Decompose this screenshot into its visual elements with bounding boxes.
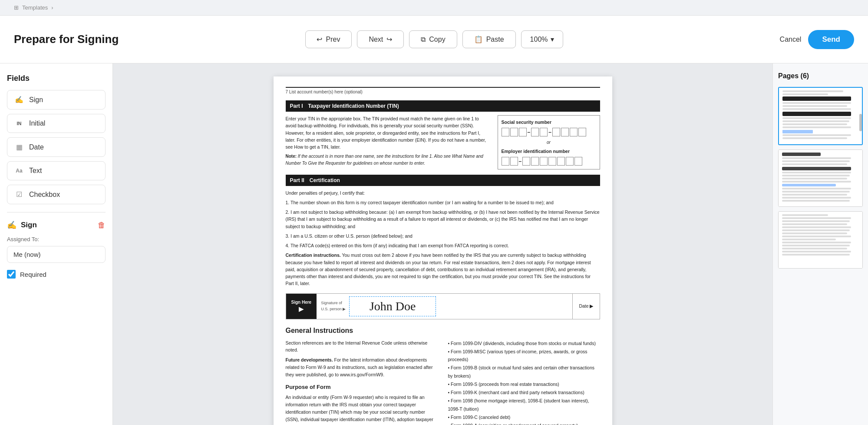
date-label: Date ▶ xyxy=(579,303,593,310)
field-checkbox-label: Checkbox xyxy=(29,191,60,199)
part1-title: Taxpayer Identification Number (TIN) xyxy=(308,102,399,110)
field-item-initial[interactable]: IN Initial xyxy=(7,114,106,133)
cert-item-1: 1. The number shown on this form is my c… xyxy=(286,199,600,206)
checkbox-icon: ☑ xyxy=(14,190,24,199)
ein-cell[interactable] xyxy=(510,157,518,166)
zoom-button[interactable]: 100% ▾ xyxy=(521,30,563,48)
cert-item-2: 2. I am not subject to backup withholdin… xyxy=(286,209,600,230)
page-thumb-1-inner xyxy=(779,88,862,144)
ssn-cell[interactable] xyxy=(570,128,578,136)
field-item-sign[interactable]: ✍ Sign xyxy=(7,90,106,110)
ssn-cell[interactable] xyxy=(519,128,527,136)
chevron-down-icon: ▾ xyxy=(551,35,554,43)
ssn-cell[interactable] xyxy=(531,128,539,136)
ein-label: Employer identification number xyxy=(502,148,596,155)
next-icon: ↪ xyxy=(386,35,392,43)
gi-left: Section references are to the Internal R… xyxy=(286,339,438,425)
paste-button[interactable]: 📋 Paste xyxy=(462,30,516,48)
or-text: or xyxy=(502,139,596,146)
ssn-cell[interactable] xyxy=(552,128,560,136)
page-thumb-2-lines xyxy=(779,150,862,206)
copy-button[interactable]: ⧉ Copy xyxy=(409,30,457,48)
scroll-indicator[interactable] xyxy=(859,114,862,131)
gi-right-item-5: • Form 1098 (home mortgage interest), 10… xyxy=(448,397,600,413)
ssn-cell[interactable] xyxy=(578,128,586,136)
gi-future-bold: Future developments. xyxy=(286,357,333,362)
doc-top-line xyxy=(286,87,600,88)
field-sign-label: Sign xyxy=(29,96,43,104)
next-button[interactable]: Next ↪ xyxy=(357,30,404,48)
part1-right: Social security number – – xyxy=(498,115,600,169)
part1-note-text: If the account is in more than one name,… xyxy=(286,154,483,166)
cert-instructions-bold: Certification instructions. xyxy=(286,252,341,258)
gi-future: Future developments. For the latest info… xyxy=(286,356,438,378)
sign-here-box: Sign Here ▶ xyxy=(286,294,317,319)
sign-arrow-icon: ▶ xyxy=(299,305,304,313)
ein-cell[interactable] xyxy=(540,157,548,166)
gi-right-item-6: • Form 1099-C (canceled debt) xyxy=(448,413,600,422)
assignee-select[interactable]: Me (now) xyxy=(7,246,106,263)
ein-cell[interactable] xyxy=(557,157,565,166)
cert-instructions: Certification instructions. You must cro… xyxy=(286,252,600,287)
ein-cell[interactable] xyxy=(522,157,530,166)
sign-icon: ✍ xyxy=(14,96,24,104)
page-thumb-1[interactable] xyxy=(778,87,863,145)
part2-title: Certification xyxy=(310,176,340,184)
document-wrapper: 7 List account number(s) here (optional)… xyxy=(274,76,612,425)
ein-cells: – xyxy=(502,157,596,166)
ein-cell[interactable] xyxy=(502,157,509,166)
page-title: Prepare for Signing xyxy=(14,33,119,46)
ein-cell[interactable] xyxy=(566,157,574,166)
copy-icon: ⧉ xyxy=(421,36,426,43)
ssn-cell[interactable] xyxy=(540,128,548,136)
part1-body-section: Enter your TIN in the appropriate box. T… xyxy=(286,115,600,169)
ein-cell[interactable] xyxy=(548,157,556,166)
ssn-cell[interactable] xyxy=(502,128,509,136)
active-field-header: ✍ Sign 🗑 xyxy=(7,220,106,230)
prev-button[interactable]: ↩ Prev xyxy=(305,30,352,48)
ein-cell[interactable] xyxy=(531,157,539,166)
ssn-cell[interactable] xyxy=(561,128,569,136)
cert-item-4: 4. The FATCA code(s) entered on this for… xyxy=(286,242,600,249)
part1-note-bold: Note: xyxy=(286,154,297,159)
page-thumb-1-lines xyxy=(779,88,862,143)
signature-area[interactable]: Signature of U.S. person ▶ John Doe xyxy=(317,294,573,319)
delete-field-button[interactable]: 🗑 xyxy=(98,221,106,230)
ssn-cells: – – xyxy=(502,128,596,136)
initial-icon: IN xyxy=(14,121,24,126)
purpose-title: Purpose of Form xyxy=(286,383,438,392)
field-item-checkbox[interactable]: ☑ Checkbox xyxy=(7,185,106,204)
gi-right-item-0: • Form 1099-DIV (dividends, including th… xyxy=(448,339,600,348)
required-checkbox[interactable] xyxy=(7,270,16,279)
field-date-label: Date xyxy=(29,143,44,151)
gi-right-item-3: • Form 1099-S (proceeds from real estate… xyxy=(448,380,600,388)
cert-item-3: 3. I am a U.S. citizen or other U.S. per… xyxy=(286,232,600,239)
part1-label: Part I xyxy=(290,102,303,110)
signature-value: John Doe xyxy=(370,297,416,315)
ssn-cell[interactable] xyxy=(510,128,518,136)
ein-dash: – xyxy=(519,157,522,165)
field-initial-label: Initial xyxy=(29,120,45,127)
template-bar: ⊞ Templates › xyxy=(0,0,868,16)
ssn-dash: – xyxy=(528,128,531,136)
send-button[interactable]: Send xyxy=(808,30,854,49)
page-thumb-2[interactable] xyxy=(778,149,863,207)
account-number-label: 7 List account number(s) here (optional) xyxy=(286,89,600,95)
pages-title: Pages (6) xyxy=(778,72,863,80)
top-bar: Prepare for Signing ↩ Prev Next ↪ ⧉ Copy… xyxy=(0,16,868,63)
signature-box[interactable]: John Doe xyxy=(349,296,436,316)
ein-cell[interactable] xyxy=(574,157,582,166)
page-thumb-3[interactable] xyxy=(778,211,863,269)
template-icon: ⊞ xyxy=(14,4,19,11)
gi-right-item-2: • Form 1099-B (stock or mutual fund sale… xyxy=(448,364,600,380)
text-icon: Aa xyxy=(14,168,24,174)
cancel-button[interactable]: Cancel xyxy=(780,36,802,43)
gi-right-item-1: • Form 1099-MISC (various types of incom… xyxy=(448,348,600,364)
gi-right-item-7: • Form 1099-A (acquisition or abandonmen… xyxy=(448,422,600,425)
field-item-text[interactable]: Aa Text xyxy=(7,161,106,180)
field-item-date[interactable]: ▦ Date xyxy=(7,137,106,157)
prev-icon: ↩ xyxy=(317,35,322,43)
nav-buttons: ↩ Prev Next ↪ ⧉ Copy 📋 Paste 100% ▾ xyxy=(305,30,563,48)
main-layout: Fields ✍ Sign IN Initial ▦ Date Aa Text … xyxy=(0,63,868,425)
template-label[interactable]: Templates xyxy=(22,4,48,11)
